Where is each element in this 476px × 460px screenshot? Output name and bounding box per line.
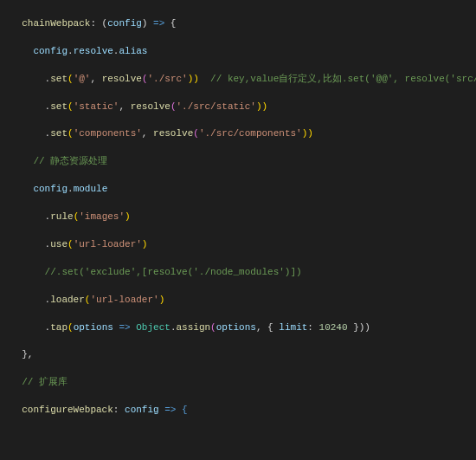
code-line: .set('@', resolve('./src')) // key,value… — [0, 73, 476, 87]
code-line: .rule('images') — [0, 211, 476, 224]
code-line: .loader('url-loader') — [0, 294, 476, 308]
code-line: configureWebpack: config => { — [0, 404, 476, 418]
code-line: }, — [0, 348, 476, 362]
code-editor[interactable]: chainWebpack: (config) => { config.resol… — [0, 0, 476, 460]
code-line: chainWebpack: (config) => { — [0, 17, 476, 31]
code-line — [0, 431, 476, 445]
code-line: .tap(options => Object.assign(options, {… — [0, 321, 476, 335]
code-line: .set('static', resolve('./src/static')) — [0, 100, 476, 114]
code-line: //.set('exclude',[resolve('./node_module… — [0, 266, 476, 280]
code-line: .set('components', resolve('./src/compon… — [0, 127, 476, 141]
code-line: .use('url-loader') — [0, 238, 476, 252]
code-line: // 扩展库 — [0, 376, 476, 390]
code-line: config.module — [0, 183, 476, 197]
code-line: config.resolve.alias — [0, 45, 476, 59]
code-line: // 静态资源处理 — [0, 155, 476, 169]
